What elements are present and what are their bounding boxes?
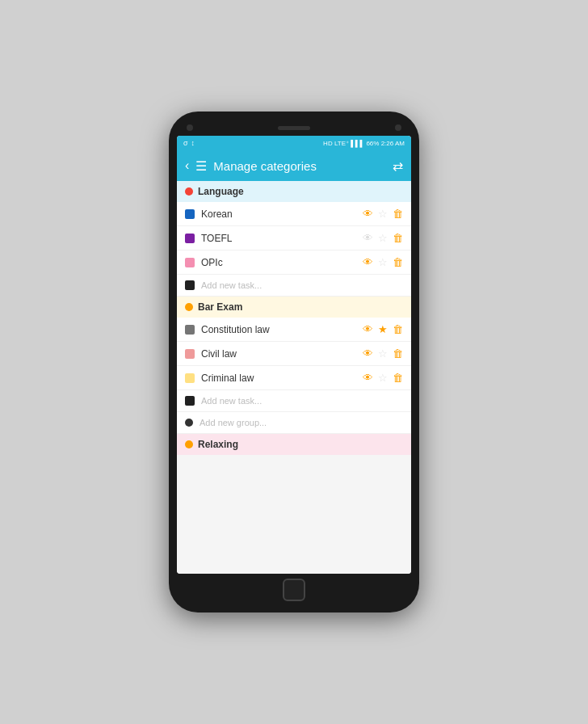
group-label-relaxing: Relaxing xyxy=(198,439,238,450)
item-label: OPIc xyxy=(201,257,356,268)
status-hd-lte: HD LTE⁺ ▌▌▌ 66% 2:26 AM xyxy=(323,140,405,147)
star-icon[interactable]: ☆ xyxy=(378,232,388,244)
star-icon[interactable]: ☆ xyxy=(378,347,388,360)
trash-icon[interactable]: 🗑 xyxy=(393,208,403,220)
group-header-language: Language xyxy=(177,181,411,202)
color-swatch xyxy=(185,349,195,359)
item-actions: 👁 ★ 🗑 xyxy=(363,323,403,335)
status-right-info: HD LTE⁺ ▌▌▌ 66% 2:26 AM xyxy=(323,140,405,147)
phone-top-bar xyxy=(177,123,411,136)
status-icon-sigma: σ xyxy=(183,139,188,147)
group-dot-bar-exam xyxy=(185,303,193,311)
item-actions: 👁 ☆ 🗑 xyxy=(363,208,403,220)
group-header-bar-exam: Bar Exam xyxy=(177,297,411,318)
group-header-relaxing: Relaxing xyxy=(177,434,411,455)
home-button[interactable] xyxy=(283,579,305,601)
item-label: Civil law xyxy=(201,348,356,360)
item-actions: 👁 ☆ 🗑 xyxy=(363,256,403,268)
list-item: Civil law 👁 ☆ 🗑 xyxy=(177,342,411,366)
item-actions: 👁 ☆ 🗑 xyxy=(363,347,403,360)
add-task-language[interactable]: Add new task... xyxy=(177,275,411,297)
star-icon[interactable]: ☆ xyxy=(378,208,388,220)
eye-icon[interactable]: 👁 xyxy=(363,347,373,360)
front-sensor xyxy=(395,124,401,131)
star-icon[interactable]: ☆ xyxy=(378,256,388,268)
group-label-bar-exam: Bar Exam xyxy=(198,301,242,313)
trash-icon[interactable]: 🗑 xyxy=(393,347,403,360)
color-swatch xyxy=(185,258,195,267)
status-bar: σ ↕ HD LTE⁺ ▌▌▌ 66% 2:26 AM xyxy=(177,136,411,150)
item-label: Constitution law xyxy=(201,324,356,335)
trash-icon[interactable]: 🗑 xyxy=(393,232,403,244)
list-item: Constitution law 👁 ★ 🗑 xyxy=(177,318,411,342)
add-task-placeholder[interactable]: Add new task... xyxy=(201,396,403,406)
color-swatch xyxy=(185,209,195,219)
add-task-bar-exam[interactable]: Add new task... xyxy=(177,390,411,412)
status-icon-usb: ↕ xyxy=(191,139,195,147)
trash-icon[interactable]: 🗑 xyxy=(393,323,403,335)
item-label: Criminal law xyxy=(201,373,356,384)
page-title: Manage categories xyxy=(213,159,386,173)
add-group-dot xyxy=(185,419,193,427)
color-swatch xyxy=(185,280,195,290)
star-icon[interactable]: ☆ xyxy=(378,372,388,384)
add-task-placeholder[interactable]: Add new task... xyxy=(201,280,403,290)
add-group-placeholder[interactable]: Add new group... xyxy=(200,418,267,427)
color-swatch xyxy=(185,234,195,243)
menu-icon[interactable]: ☰ xyxy=(195,158,207,174)
phone-screen: σ ↕ HD LTE⁺ ▌▌▌ 66% 2:26 AM ‹ ☰ Manage c… xyxy=(177,136,411,574)
back-button[interactable]: ‹ xyxy=(185,158,189,173)
eye-icon[interactable]: 👁 xyxy=(363,232,373,244)
eye-icon[interactable]: 👁 xyxy=(363,208,373,220)
star-filled-icon[interactable]: ★ xyxy=(378,323,388,335)
group-label-language: Language xyxy=(198,186,244,197)
trash-icon[interactable]: 🗑 xyxy=(393,372,403,384)
item-actions: 👁 ☆ 🗑 xyxy=(363,232,403,244)
color-swatch xyxy=(185,396,195,406)
status-left-icons: σ ↕ xyxy=(183,139,195,147)
phone-speaker xyxy=(278,126,310,130)
color-swatch xyxy=(185,373,195,383)
eye-icon[interactable]: 👁 xyxy=(363,372,373,384)
eye-icon[interactable]: 👁 xyxy=(363,323,373,335)
list-item: OPIc 👁 ☆ 🗑 xyxy=(177,250,411,275)
add-group-row[interactable]: Add new group... xyxy=(177,412,411,434)
item-label: TOEFL xyxy=(201,233,356,244)
phone-frame: σ ↕ HD LTE⁺ ▌▌▌ 66% 2:26 AM ‹ ☰ Manage c… xyxy=(169,112,419,612)
trash-icon[interactable]: 🗑 xyxy=(393,256,403,268)
list-item: TOEFL 👁 ☆ 🗑 xyxy=(177,226,411,250)
list-item: Criminal law 👁 ☆ 🗑 xyxy=(177,366,411,390)
app-bar: ‹ ☰ Manage categories ⇄ xyxy=(177,150,411,181)
group-dot-relaxing xyxy=(185,440,193,448)
eye-icon[interactable]: 👁 xyxy=(363,256,373,268)
item-actions: 👁 ☆ 🗑 xyxy=(363,372,403,384)
list-item: Korean 👁 ☆ 🗑 xyxy=(177,202,411,226)
group-dot-language xyxy=(185,187,193,196)
front-camera xyxy=(187,124,193,131)
content-area: Language Korean 👁 ☆ 🗑 TOEFL 👁 ☆ 🗑 xyxy=(177,181,411,574)
refresh-icon[interactable]: ⇄ xyxy=(393,158,403,174)
color-swatch xyxy=(185,325,195,335)
item-label: Korean xyxy=(201,208,356,220)
phone-bottom xyxy=(177,574,411,601)
